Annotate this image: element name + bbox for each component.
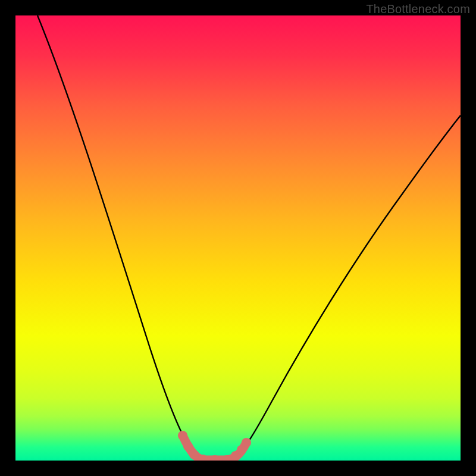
plot-area: [15, 15, 461, 461]
highlight-dot: [178, 431, 187, 440]
bottleneck-curve: [37, 15, 461, 461]
highlight-dot: [242, 438, 251, 447]
chart-frame: TheBottleneck.com: [0, 0, 476, 476]
chart-svg: [15, 15, 461, 461]
watermark: TheBottleneck.com: [366, 2, 470, 16]
highlight-dot: [189, 450, 199, 459]
highlight-dot: [183, 441, 193, 451]
